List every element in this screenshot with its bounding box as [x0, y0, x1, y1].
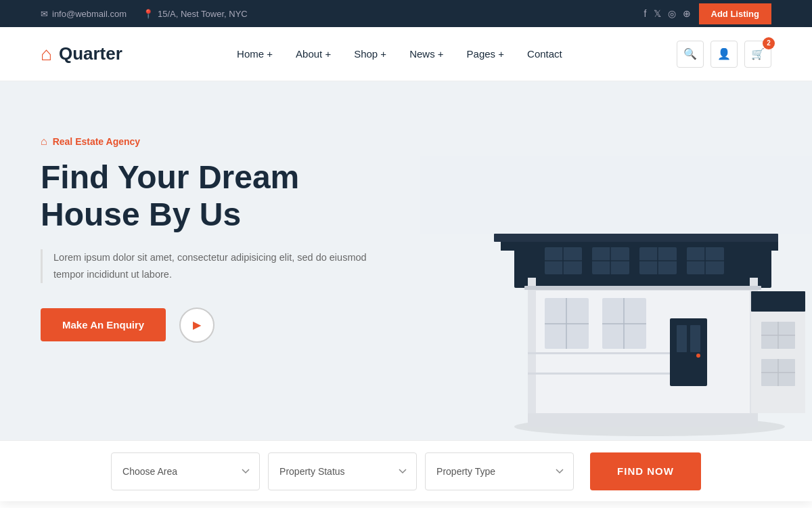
svg-rect-26: [677, 325, 687, 352]
hero-description-block: Lorem ipsum dolor sit amet, consectetur …: [41, 249, 392, 282]
svg-rect-42: [524, 286, 761, 290]
logo-text: Quarter: [59, 43, 122, 64]
email-icon: ✉: [41, 9, 48, 19]
add-listing-button[interactable]: Add Listing: [699, 3, 772, 24]
twitter-icon[interactable]: 𝕏: [654, 8, 661, 19]
house-svg: [420, 156, 812, 440]
nav-item-pages[interactable]: Pages +: [457, 43, 514, 65]
address-text: 15/A, Nest Tower, NYC: [158, 9, 248, 19]
user-icon: 👤: [717, 47, 731, 60]
hero-title: Find Your Dream House By Us: [41, 158, 392, 233]
svg-rect-27: [690, 325, 700, 352]
logo-icon: ⌂: [41, 43, 52, 65]
social-icons: f 𝕏 ◎ ⊕: [644, 8, 691, 19]
nav-item-news[interactable]: News +: [400, 43, 453, 65]
area-dropdown[interactable]: Choose Area New York Los Angeles Chicago: [111, 452, 260, 490]
email-info: ✉ info@webmail.com: [41, 9, 127, 19]
nav-item-shop[interactable]: Shop +: [344, 43, 396, 65]
hero-description: Lorem ipsum dolor sit amet, consectetur …: [53, 249, 392, 282]
svg-rect-25: [670, 318, 707, 386]
nav-item-contact[interactable]: Contact: [518, 43, 572, 65]
hero-tag-icon: ⌂: [41, 135, 47, 148]
type-dropdown[interactable]: Property Type Apartment House Villa Offi…: [425, 452, 574, 490]
user-button[interactable]: 👤: [710, 41, 738, 68]
hero-actions: Make An Enquiry ▶: [41, 308, 392, 343]
nav-item-home[interactable]: Home +: [227, 43, 282, 65]
address-info: 📍 15/A, Nest Tower, NYC: [143, 9, 248, 19]
hero-tag-text: Real Estate Agency: [53, 136, 140, 147]
nav-menu: Home + About + Shop + News + Pages + Con…: [227, 43, 572, 65]
hero-section: ⌂ Real Estate Agency Find Your Dream Hou…: [0, 81, 812, 440]
hero-house-image: [420, 156, 812, 440]
topbar: ✉ info@webmail.com 📍 15/A, Nest Tower, N…: [0, 0, 812, 27]
find-now-button[interactable]: FIND NOW: [590, 452, 701, 490]
location-icon: 📍: [143, 9, 154, 19]
search-icon: 🔍: [683, 47, 697, 60]
nav-item-about[interactable]: About +: [286, 43, 340, 65]
instagram-icon[interactable]: ◎: [668, 8, 676, 19]
svg-rect-5: [494, 234, 778, 242]
search-bar: Choose Area New York Los Angeles Chicago…: [0, 440, 812, 501]
logo[interactable]: ⌂ Quarter: [41, 43, 122, 65]
svg-rect-31: [528, 413, 758, 427]
facebook-icon[interactable]: f: [644, 8, 647, 19]
cart-icon: 🛒: [751, 47, 765, 60]
topbar-right: f 𝕏 ◎ ⊕ Add Listing: [644, 3, 771, 24]
topbar-left: ✉ info@webmail.com 📍 15/A, Nest Tower, N…: [41, 9, 248, 19]
search-button[interactable]: 🔍: [677, 41, 704, 68]
cart-badge: 2: [763, 37, 775, 49]
play-button[interactable]: ▶: [179, 308, 215, 343]
cart-button[interactable]: 🛒 2: [744, 41, 771, 68]
hero-title-line2: House By Us: [41, 196, 241, 232]
hero-content: ⌂ Real Estate Agency Find Your Dream Hou…: [41, 122, 392, 343]
navbar: ⌂ Quarter Home + About + Shop + News + P…: [0, 27, 812, 81]
hero-tag: ⌂ Real Estate Agency: [41, 135, 392, 148]
enquiry-button[interactable]: Make An Enquiry: [41, 308, 166, 341]
play-icon: ▶: [193, 318, 201, 331]
email-text: info@webmail.com: [52, 9, 127, 19]
svg-rect-43: [420, 156, 812, 234]
svg-point-28: [696, 354, 700, 358]
dribbble-icon[interactable]: ⊕: [683, 8, 691, 19]
svg-rect-41: [528, 373, 670, 375]
nav-actions: 🔍 👤 🛒 2: [677, 41, 771, 68]
status-dropdown[interactable]: Property Status For Sale For Rent Sold: [268, 452, 417, 490]
svg-rect-40: [528, 352, 670, 354]
svg-rect-33: [751, 291, 805, 312]
hero-title-line1: Find Your Dream: [41, 159, 299, 195]
